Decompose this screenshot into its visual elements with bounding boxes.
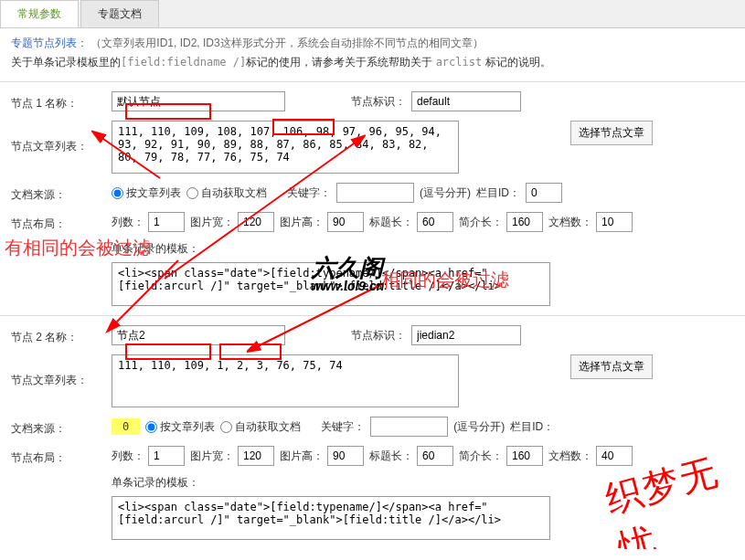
lbl-titlelen: 标题长： <box>369 215 413 230</box>
info-line2-a: 关于单条记录模板里的 <box>11 56 121 69</box>
tab-regular-params[interactable]: 常规参数 <box>0 0 79 27</box>
node1-flag-label: 节点标识： <box>351 94 406 110</box>
node1-radio-auto-fetch[interactable]: 自动获取文档 <box>186 185 267 201</box>
node1-keyword-label: 关键字： <box>287 185 331 201</box>
separator-2 <box>0 315 745 316</box>
tab-special-docs[interactable]: 专题文档 <box>80 0 159 27</box>
tab-bar: 常规参数 专题文档 <box>0 0 745 28</box>
node1-name-input[interactable] <box>112 91 285 111</box>
node2-cols-input[interactable] <box>148 446 185 466</box>
node1-cols-input[interactable] <box>148 212 185 232</box>
info-title: 专题节点列表： <box>11 37 88 49</box>
node1-keyword-input[interactable] <box>336 183 414 203</box>
lbl-doccount: 文档数： <box>548 215 592 230</box>
node1-titlelen-input[interactable] <box>417 212 453 232</box>
lbl-introlen: 简介长： <box>459 215 503 230</box>
node1-columnid-label: 栏目ID： <box>476 185 520 201</box>
node1-arclist-textarea[interactable]: 111, 110, 109, 108, 107, 106, 98, 97, 96… <box>112 121 459 174</box>
info-parenthetical: （文章列表用ID1, ID2, ID3这样形式分开，系统会自动排除不同节点的相同… <box>90 37 483 49</box>
node1-arclist-label: 节点文章列表： <box>11 121 112 154</box>
node2-columnid-label: 栏目ID： <box>510 419 554 435</box>
node2-section: 节点 2 名称： 节点标识： 节点文章列表： 111, 110, 109, 1,… <box>0 325 745 540</box>
info-mono1: [field:fieldname /] <box>121 56 246 69</box>
node1-doccount-input[interactable] <box>596 212 633 232</box>
node1-section: 节点 1 名称： 节点标识： 节点文章列表： 111, 110, 109, 10… <box>0 91 745 306</box>
node2-layout-label: 节点布局： <box>11 447 112 466</box>
node1-columnid-input[interactable] <box>526 183 562 203</box>
node1-imgw-input[interactable] <box>238 212 274 232</box>
node1-template-label: 单条记录的模板： <box>112 241 199 257</box>
info-mono2: arclist <box>436 56 483 69</box>
node2-source-label: 文档来源： <box>11 417 112 437</box>
node1-flag-input[interactable] <box>411 91 521 111</box>
node2-imgh-input[interactable] <box>327 446 364 466</box>
node1-comma-note: (逗号分开) <box>420 185 471 201</box>
lbl-imgw: 图片宽： <box>190 215 234 230</box>
lbl-cols: 列数： <box>112 215 144 230</box>
node2-select-articles-button[interactable]: 选择节点文章 <box>570 354 653 379</box>
node2-flag-input[interactable] <box>411 325 521 345</box>
node2-name-input[interactable] <box>112 325 285 345</box>
node2-name-label: 节点 2 名称： <box>11 326 112 345</box>
node2-template-label: 单条记录的模板： <box>112 475 199 491</box>
node1-template-textarea[interactable]: <li><span class="date">[field:typename/]… <box>112 262 550 306</box>
info-box: 专题节点列表： （文章列表用ID1, ID2, ID3这样形式分开，系统会自动排… <box>0 28 745 78</box>
node1-name-label: 节点 1 名称： <box>11 92 112 111</box>
node2-imgw-input[interactable] <box>238 446 274 466</box>
node1-layout-label: 节点布局： <box>11 213 112 232</box>
node1-source-label: 文档来源： <box>11 184 112 203</box>
node2-doccount-input[interactable] <box>596 446 633 466</box>
lbl-imgh: 图片高： <box>280 215 324 230</box>
node2-keyword-input[interactable] <box>370 417 448 437</box>
node2-arclist-textarea[interactable]: 111, 110, 109, 1, 2, 3, 76, 75, 74 <box>112 354 459 407</box>
node2-radio-auto-fetch[interactable]: 自动获取文档 <box>220 419 301 435</box>
node1-radio-by-article[interactable]: 按文章列表 <box>112 185 181 201</box>
node2-template-textarea[interactable]: <li><span class="date">[field:typename/]… <box>112 496 550 540</box>
info-line2-b: 标记的使用，请参考关于系统帮助关于 <box>246 56 435 69</box>
node2-arclist-label: 节点文章列表： <box>11 354 112 388</box>
separator <box>0 81 745 82</box>
node2-introlen-input[interactable] <box>506 446 543 466</box>
node2-highlight-zero: 0 <box>112 418 140 435</box>
node2-keyword-label: 关键字： <box>321 419 365 435</box>
node1-select-articles-button[interactable]: 选择节点文章 <box>570 121 653 145</box>
node2-radio-by-article[interactable]: 按文章列表 <box>145 419 215 435</box>
node2-flag-label: 节点标识： <box>351 328 406 343</box>
node2-titlelen-input[interactable] <box>417 446 453 466</box>
node1-imgh-input[interactable] <box>327 212 364 232</box>
info-line2-c: 标记的说明。 <box>482 56 550 69</box>
node2-comma-note: (逗号分开) <box>453 419 505 435</box>
node1-introlen-input[interactable] <box>506 212 543 232</box>
